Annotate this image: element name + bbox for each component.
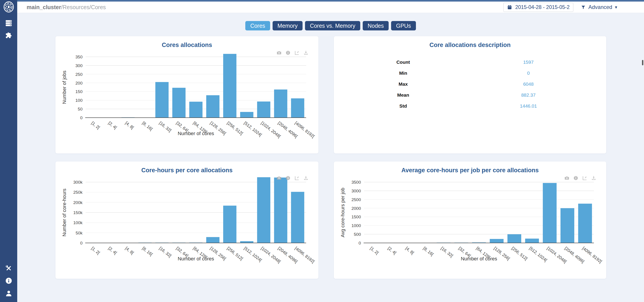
chart-bar[interactable] [156,82,168,118]
puzzle-icon [5,32,12,39]
camera-icon[interactable] [564,176,570,182]
download-icon[interactable] [303,176,308,182]
sidebar-item-about[interactable] [4,276,14,286]
info-icon[interactable] [573,176,578,182]
chart-bar[interactable] [257,177,270,243]
filter-funnel-icon [581,5,586,10]
stat-row: Max6048 [334,78,606,90]
chart-bar[interactable] [578,204,592,243]
y-axis-title: Number of jobs [62,70,67,104]
y-tick-label: 0 [358,241,361,246]
autoscale-icon[interactable] [294,50,300,56]
stat-value: 882.37 [472,92,584,98]
x-tick-label: [4096, 8192[ [582,246,603,264]
avg-core-hours-chart: 0500100015002000250030003500[1, 2[[2, 4[… [334,174,606,278]
main-content: Cores Memory Cores vs. Memory Nodes GPUs… [17,13,644,302]
y-tick-label: 300 [75,63,82,68]
topbar: main_cluster/Resources/Cores 2015-04-28 … [17,2,644,13]
x-tick-label: [1, 2[ [90,246,101,256]
chart-bar[interactable] [206,95,219,118]
y-tick-label: 0 [80,116,82,120]
sidebar-item-tools[interactable] [4,263,14,273]
x-tick-label: [1, 2[ [369,246,380,256]
stat-label: Max [334,82,472,87]
advanced-filter-button[interactable]: Advanced ▾ [581,4,617,10]
stat-value: 6048 [472,82,584,87]
chart-bar[interactable] [274,90,287,118]
sidebar-item-plugins[interactable] [4,30,14,41]
panel-avg-core-hours: Average core-hours per job per core allo… [334,162,606,279]
panel-title: Core-hours per core allocations [56,167,318,174]
chart-bar[interactable] [240,112,253,118]
breadcrumb-cluster: main_cluster [26,4,61,10]
chart-bar[interactable] [223,54,236,118]
server-stack-icon [5,19,13,27]
date-range-picker[interactable]: 2015-04-28 - 2015-05-2 [503,3,573,12]
y-tick-label: 350 [75,54,82,59]
app-logo-icon[interactable] [4,2,14,12]
x-tick-label: [256, 512[ [511,246,528,261]
y-axis-title: Avg core-hours per job [340,188,346,237]
cores-allocations-chart: 050100150200250300350[1, 2[[2, 4[[4, 8[[… [56,49,318,152]
y-tick-label: 150k [73,210,83,215]
chart-bar[interactable] [507,234,521,243]
chart-bar[interactable] [189,102,202,118]
y-tick-label: 50 [78,107,82,112]
tab-cores-vs-memory[interactable]: Cores vs. Memory [305,21,360,30]
top-accent-strip [17,0,644,2]
camera-icon[interactable] [276,176,282,182]
stat-row: Std1446.01 [334,100,606,112]
autoscale-icon[interactable] [294,176,300,182]
info-icon[interactable] [285,50,291,56]
chart-modebar [276,50,308,56]
sidebar-item-resources[interactable] [4,18,14,28]
camera-icon[interactable] [276,50,282,56]
tab-memory[interactable]: Memory [272,21,302,30]
chart-bar[interactable] [291,98,304,118]
panel-title: Core allocations description [334,42,606,48]
panel-title: Average core-hours per job per core allo… [334,167,606,174]
sidebar-item-account[interactable] [4,288,14,298]
y-tick-label: 0 [80,241,82,246]
stat-label: Count [334,60,472,65]
tab-nodes[interactable]: Nodes [363,21,389,30]
y-tick-label: 100 [75,98,82,103]
x-axis-title: Number of cores [178,131,214,136]
chart-bar[interactable] [291,192,304,243]
y-tick-label: 3000 [352,188,361,193]
autoscale-icon[interactable] [582,176,588,182]
y-tick-label: 2500 [352,197,361,202]
stat-label: Mean [334,92,472,98]
chart-bar[interactable] [560,208,574,243]
chart-bar[interactable] [172,88,186,118]
chart-bar[interactable] [525,239,539,243]
chart-bar[interactable] [274,178,287,243]
x-tick-label: [16, 32[ [158,246,172,258]
chart-modebar [564,176,596,182]
download-icon[interactable] [591,176,596,182]
y-tick-label: 150 [75,89,82,94]
stat-value: 1446.01 [472,103,584,109]
y-tick-label: 1500 [352,214,361,219]
chart-bar[interactable] [257,102,270,118]
chart-bar[interactable] [240,241,253,243]
x-axis-title: Number of cores [461,256,497,262]
tab-gpus[interactable]: GPUs [391,21,416,30]
x-tick-label: [512, 1024[ [528,246,548,263]
download-icon[interactable] [303,50,308,56]
stat-row: Mean882.37 [334,90,606,100]
panel-core-allocations-description: Core allocations description Count1597Mi… [334,36,606,154]
x-tick-label: [2, 4[ [387,246,397,256]
scrollbar-thumb[interactable] [642,60,643,65]
chart-bar[interactable] [223,206,236,243]
advanced-label: Advanced [588,4,612,10]
tab-cores[interactable]: Cores [245,21,270,30]
stat-value: 0 [472,70,584,76]
chart-bar[interactable] [490,239,504,243]
chart-bar[interactable] [206,237,219,243]
chart-bar[interactable] [543,183,556,243]
info-icon[interactable] [285,176,291,182]
x-tick-label: [512, 1024[ [243,246,263,263]
y-tick-label: 300k [73,180,83,184]
y-tick-label: 2000 [352,206,361,211]
